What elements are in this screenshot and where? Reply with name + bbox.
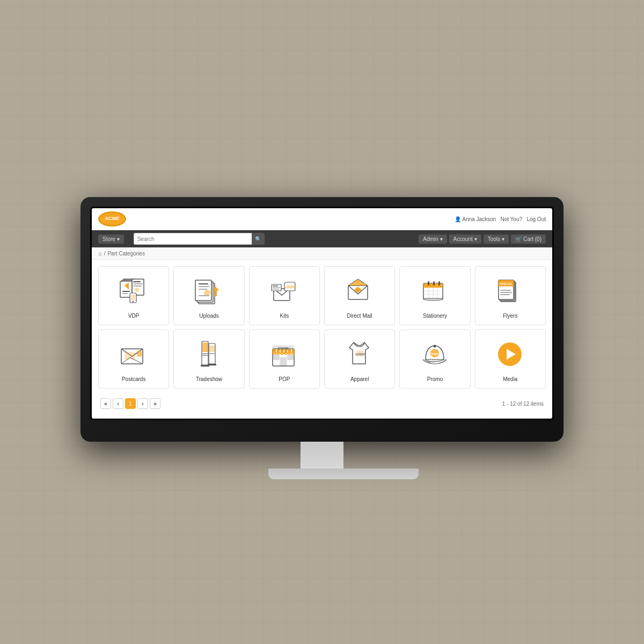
monitor-outer: ACME 👤 Anna Jackson Not You? Log Out St — [80, 197, 564, 442]
search-input[interactable] — [134, 233, 252, 245]
category-card-tradeshow[interactable]: Tradeshow — [173, 330, 244, 389]
media-label: Media — [503, 376, 517, 382]
flyers-icon: SPECIAL OFFERS — [494, 272, 526, 310]
category-card-promo[interactable]: logo Promo — [399, 330, 470, 389]
kits-label: Kits — [280, 313, 289, 319]
svg-rect-48 — [500, 290, 511, 291]
category-card-media[interactable]: Media — [475, 330, 546, 389]
prev-page-btn[interactable]: ‹ — [113, 398, 123, 409]
home-icon[interactable]: ⌂ — [98, 250, 102, 257]
postcards-label: Postcards — [122, 376, 145, 382]
monitor-screen: ACME 👤 Anna Jackson Not You? Log Out St — [92, 208, 552, 419]
svg-rect-21 — [199, 295, 209, 296]
category-card-direct-mail[interactable]: Direct Mail — [324, 266, 395, 325]
first-page-btn[interactable]: « — [100, 398, 111, 409]
svg-point-79 — [433, 345, 436, 347]
monitor-bezel: ACME 👤 Anna Jackson Not You? Log Out St — [90, 207, 554, 420]
category-card-uploads[interactable]: Uploads — [173, 266, 244, 325]
flyers-label: Flyers — [503, 313, 517, 319]
tools-chevron: ▾ — [502, 236, 504, 242]
svg-rect-36 — [438, 281, 440, 286]
search-area: 🔍 — [134, 233, 409, 245]
category-card-apparel[interactable]: LOGO Apparel — [324, 330, 395, 389]
next-page-btn[interactable]: › — [137, 398, 148, 409]
svg-text:LOGO: LOGO — [284, 285, 296, 289]
category-card-vdp[interactable]: VDP — [98, 266, 169, 325]
svg-rect-5 — [122, 293, 128, 294]
svg-rect-12 — [131, 295, 135, 301]
svg-rect-4 — [122, 291, 130, 292]
user-info: 👤 Anna Jackson Not You? Log Out — [455, 216, 546, 222]
account-label: Account — [453, 236, 473, 242]
svg-rect-57 — [202, 353, 208, 354]
svg-rect-9 — [133, 286, 142, 287]
vdp-icon — [118, 272, 150, 310]
direct-mail-icon — [343, 272, 376, 310]
svg-rect-53 — [137, 351, 142, 356]
promo-label: Promo — [427, 376, 443, 382]
nav-right: Admin ▾ Account ▾ Tools ▾ 🛒 — [419, 235, 546, 244]
tradeshow-label: Tradeshow — [196, 376, 222, 382]
postcards-icon — [118, 335, 150, 373]
svg-rect-17 — [199, 283, 208, 284]
apparel-icon: LOGO — [343, 335, 376, 373]
category-card-flyers[interactable]: SPECIAL OFFERS Flyers — [475, 266, 546, 325]
category-card-stationery[interactable]: Stationery — [399, 266, 470, 325]
user-icon: 👤 — [455, 216, 461, 222]
store-chevron: ▾ — [117, 236, 120, 242]
monitor-neck — [301, 442, 343, 469]
cart-icon: 🛒 — [515, 236, 522, 242]
svg-point-10 — [135, 288, 139, 292]
pop-icon: STORE — [268, 335, 301, 373]
tradeshow-icon — [193, 335, 225, 373]
last-page-btn[interactable]: » — [150, 398, 160, 409]
logo: ACME — [98, 211, 126, 226]
header-top: ACME 👤 Anna Jackson Not You? Log Out — [92, 208, 552, 230]
svg-rect-60 — [209, 353, 215, 354]
account-chevron: ▾ — [474, 236, 477, 242]
logo-text: ACME — [105, 216, 120, 222]
store-menu[interactable]: Store ▾ — [98, 235, 124, 244]
store-label: Store — [103, 236, 115, 242]
tools-menu[interactable]: Tools ▾ — [484, 235, 509, 244]
category-card-postcards[interactable]: Postcards — [98, 330, 169, 389]
user-name: Anna Jackson — [462, 216, 496, 222]
kits-icon: LOGO — [268, 272, 301, 310]
svg-rect-71 — [288, 355, 293, 360]
svg-rect-56 — [202, 342, 208, 352]
apparel-label: Apparel — [350, 376, 369, 382]
monitor-wrapper: ACME 👤 Anna Jackson Not You? Log Out St — [80, 197, 564, 479]
admin-chevron: ▾ — [440, 236, 443, 242]
category-grid: VDP — [98, 266, 546, 389]
svg-text:LOGO: LOGO — [355, 353, 365, 356]
svg-rect-18 — [199, 286, 209, 287]
svg-rect-69 — [280, 357, 287, 366]
svg-rect-7 — [133, 281, 141, 282]
svg-rect-50 — [500, 294, 510, 295]
logout-link[interactable]: Log Out — [526, 216, 546, 222]
svg-rect-34 — [428, 281, 429, 286]
cart-button[interactable]: 🛒 Cart (0) — [511, 235, 546, 244]
svg-point-13 — [132, 301, 133, 302]
pagination-controls: « ‹ 1 › » — [100, 398, 160, 409]
account-menu[interactable]: Account ▾ — [449, 235, 481, 244]
page-1-btn[interactable]: 1 — [125, 398, 136, 409]
promo-icon: logo — [419, 335, 451, 373]
svg-rect-28 — [273, 287, 280, 288]
category-card-kits[interactable]: LOGO Kits — [249, 266, 320, 325]
pop-label: POP — [279, 376, 290, 382]
admin-menu[interactable]: Admin ▾ — [419, 235, 447, 244]
category-card-pop[interactable]: STORE POP — [249, 330, 320, 389]
breadcrumb-current: Part Categories — [107, 251, 144, 257]
uploads-label: Uploads — [199, 313, 219, 319]
svg-rect-59 — [209, 346, 215, 352]
svg-rect-16 — [195, 280, 211, 301]
monitor-stand — [268, 442, 376, 479]
media-icon — [494, 335, 526, 373]
svg-text:STORE: STORE — [278, 347, 289, 350]
search-button[interactable]: 🔍 — [252, 233, 265, 245]
not-you-link[interactable]: Not You? — [500, 216, 522, 222]
svg-rect-52 — [125, 352, 135, 360]
cart-label: Cart (0) — [523, 236, 541, 242]
svg-rect-58 — [202, 355, 208, 356]
